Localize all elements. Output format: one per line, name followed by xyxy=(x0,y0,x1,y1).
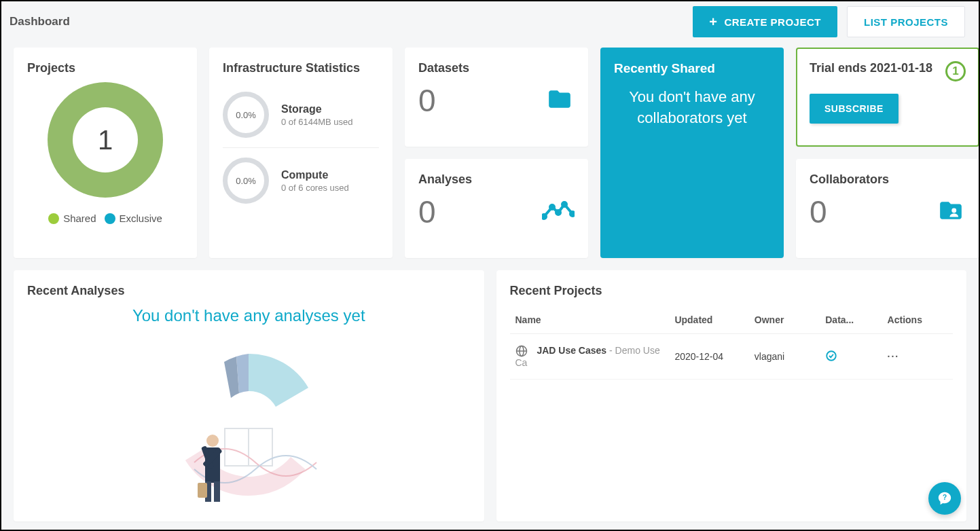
analyses-title: Analyses xyxy=(418,172,575,187)
datasets-card[interactable]: Datasets 0 xyxy=(405,48,588,147)
datasets-count: 0 xyxy=(418,82,436,119)
col-actions: Actions xyxy=(882,306,953,334)
recent-projects-title: Recent Projects xyxy=(510,284,954,298)
page-title: Dashboard xyxy=(10,15,70,29)
svg-point-4 xyxy=(570,212,575,216)
collaborators-title: Collaborators xyxy=(810,172,966,187)
folder-icon xyxy=(545,86,575,115)
storage-label: Storage xyxy=(281,103,353,115)
trial-title: Trial ends 2021-01-18 xyxy=(810,61,932,75)
projects-count: 1 xyxy=(73,107,138,172)
project-updated: 2020-12-04 xyxy=(669,334,748,380)
recent-analyses-empty: You don't have any analyses yet xyxy=(27,306,471,325)
analyses-card[interactable]: Analyses 0 xyxy=(405,159,588,258)
col-owner: Owner xyxy=(749,306,820,334)
svg-point-1 xyxy=(550,205,554,209)
collaborators-card[interactable]: Collaborators 0 xyxy=(796,159,979,258)
infrastructure-title: Infrastructure Statistics xyxy=(223,61,379,75)
list-projects-button[interactable]: LIST PROJECTS xyxy=(847,6,965,37)
recently-shared-message: You don't have any collaborators yet xyxy=(614,87,770,129)
step-badge: 1 xyxy=(945,61,966,81)
storage-sub: 0 of 6144MB used xyxy=(281,117,353,127)
compute-row: 0.0% Compute 0 of 6 cores used xyxy=(223,147,379,213)
storage-gauge: 0.0% xyxy=(223,92,269,138)
dot-icon xyxy=(105,213,115,224)
recent-projects-table: Name Updated Owner Data... Actions JAD U… xyxy=(510,306,954,380)
recently-shared-card: Recently Shared You don't have any colla… xyxy=(600,48,784,258)
legend-exclusive-label: Exclusive xyxy=(120,213,162,224)
plus-icon: + xyxy=(709,15,717,29)
svg-rect-15 xyxy=(198,483,207,498)
trial-card: Trial ends 2021-01-18 1 SUBSCRIBE xyxy=(796,48,979,147)
project-name: JAD Use Cases xyxy=(537,345,606,356)
row-actions-button[interactable]: ··· xyxy=(882,334,953,380)
header: Dashboard + CREATE PROJECT LIST PROJECTS xyxy=(1,1,979,42)
svg-point-3 xyxy=(562,202,566,206)
help-button[interactable]: ? xyxy=(928,482,961,515)
subscribe-button[interactable]: SUBSCRIBE xyxy=(810,94,899,124)
legend-exclusive: Exclusive xyxy=(105,213,162,224)
storage-row: 0.0% Storage 0 of 6144MB used xyxy=(223,82,379,147)
projects-donut-chart: 1 xyxy=(48,82,163,198)
globe-icon xyxy=(515,345,530,356)
svg-point-10 xyxy=(206,435,219,447)
check-circle-icon xyxy=(825,353,837,364)
legend-shared-label: Shared xyxy=(63,213,96,224)
dot-icon xyxy=(48,213,59,224)
recent-analyses-card: Recent Analyses You don't have any analy… xyxy=(14,270,484,521)
col-data: Data... xyxy=(820,306,882,334)
col-name: Name xyxy=(510,306,670,334)
user-folder-icon xyxy=(936,198,966,226)
collaborators-count: 0 xyxy=(810,194,827,230)
header-actions: + CREATE PROJECT LIST PROJECTS xyxy=(693,6,965,37)
col-updated: Updated xyxy=(669,306,748,334)
list-projects-label: LIST PROJECTS xyxy=(864,16,948,28)
create-project-button[interactable]: + CREATE PROJECT xyxy=(693,6,837,37)
compute-label: Compute xyxy=(281,169,349,181)
svg-text:?: ? xyxy=(943,494,947,501)
svg-point-2 xyxy=(556,210,560,215)
compute-sub: 0 of 6 cores used xyxy=(281,183,349,193)
create-project-label: CREATE PROJECT xyxy=(724,16,821,28)
compute-gauge: 0.0% xyxy=(223,158,269,204)
projects-legend: Shared Exclusive xyxy=(27,213,183,224)
projects-title: Projects xyxy=(27,61,183,75)
datasets-title: Datasets xyxy=(418,61,575,75)
chart-line-icon xyxy=(542,200,575,223)
recent-analyses-title: Recent Analyses xyxy=(27,284,471,298)
recently-shared-title: Recently Shared xyxy=(614,61,770,76)
analyses-count: 0 xyxy=(418,194,436,230)
legend-shared: Shared xyxy=(48,213,96,224)
recent-projects-card: Recent Projects Name Updated Owner Data.… xyxy=(496,270,967,521)
svg-point-5 xyxy=(951,208,956,213)
projects-card: Projects 1 Shared Exclusive xyxy=(14,48,197,258)
project-owner: vlagani xyxy=(749,334,820,380)
svg-point-0 xyxy=(542,215,546,219)
infrastructure-card: Infrastructure Statistics 0.0% Storage 0… xyxy=(209,48,393,258)
analyses-illustration xyxy=(27,333,471,510)
help-icon: ? xyxy=(937,491,952,506)
table-row[interactable]: JAD Use Cases - Demo Use Ca 2020-12-04 v… xyxy=(510,334,954,380)
svg-rect-14 xyxy=(214,481,220,502)
